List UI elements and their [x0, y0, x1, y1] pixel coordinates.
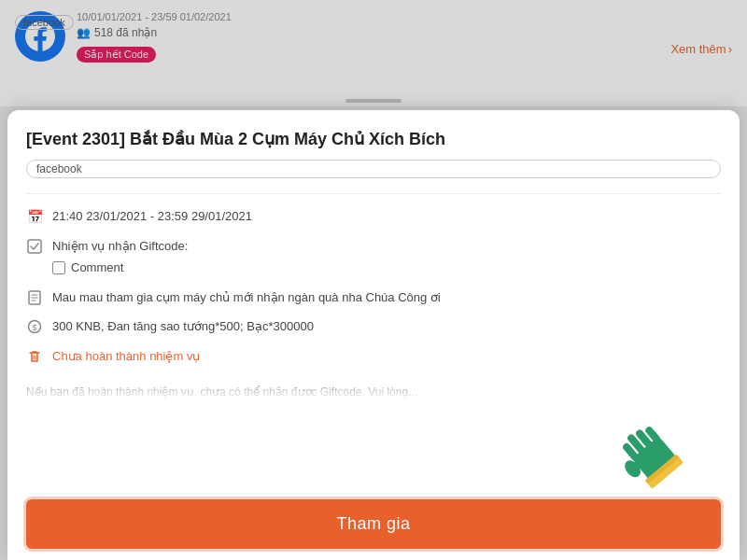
- description-text: Mau mau tham gia cụm máy chủ mới nhận ng…: [52, 288, 721, 307]
- modal-facebook-tag[interactable]: facebook: [26, 160, 721, 178]
- reward-text: 300 KNB, Đan tăng sao tướng*500; Bạc*300…: [52, 317, 721, 336]
- status-row: Chưa hoàn thành nhiệm vụ: [26, 347, 721, 366]
- calendar-icon: 📅: [26, 208, 43, 225]
- task-row: Nhiệm vụ nhận Giftcode: Comment: [26, 237, 721, 277]
- checkbox[interactable]: [52, 261, 65, 274]
- task-text: Nhiệm vụ nhận Giftcode: Comment: [52, 237, 721, 277]
- checkbox-label: Comment: [71, 259, 123, 277]
- note-text: Nếu bạn đã hoàn thành nhiệm vụ, chưa có …: [26, 384, 721, 400]
- description-icon: [26, 289, 43, 306]
- tham-gia-button[interactable]: Tham gia: [26, 499, 721, 549]
- svg-text:$: $: [32, 323, 36, 332]
- modal-card: [Event 2301] Bắt Đầu Mùa 2 Cụm Máy Chủ X…: [7, 110, 740, 560]
- description-row: Mau mau tham gia cụm máy chủ mới nhận ng…: [26, 288, 721, 307]
- modal-title: [Event 2301] Bắt Đầu Mùa 2 Cụm Máy Chủ X…: [26, 129, 721, 150]
- date-text: 21:40 23/01/2021 - 23:59 29/01/2021: [52, 207, 721, 226]
- reward-icon: $: [26, 318, 43, 335]
- reward-row: $ 300 KNB, Đan tăng sao tướng*500; Bạc*3…: [26, 317, 721, 336]
- modal-footer: Tham gia: [26, 488, 721, 560]
- checkbox-row: Comment: [52, 259, 721, 277]
- task-icon: [26, 238, 43, 255]
- status-text: Chưa hoàn thành nhiệm vụ: [52, 347, 721, 366]
- trash-icon: [26, 348, 43, 365]
- divider: [26, 193, 721, 194]
- svg-rect-0: [28, 240, 41, 253]
- date-row: 📅 21:40 23/01/2021 - 23:59 29/01/2021: [26, 207, 721, 226]
